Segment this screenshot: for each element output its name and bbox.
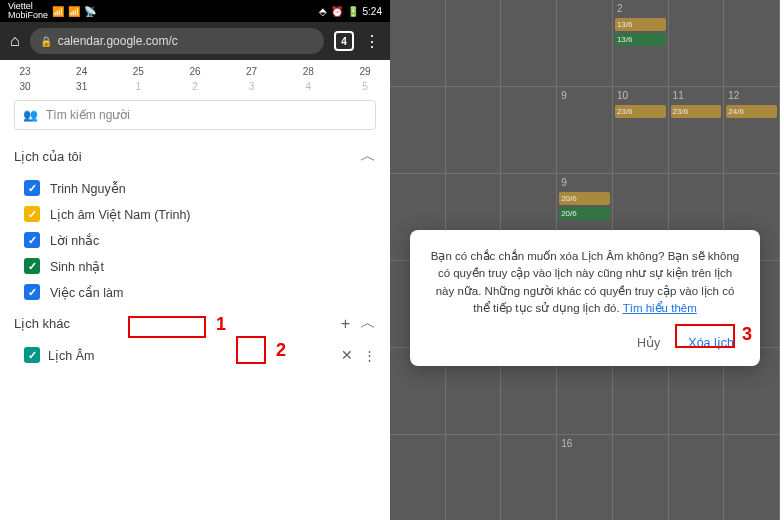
day-number: 2 (617, 3, 623, 14)
status-bar: Viettel MobiFone 📶 📶 📡 ⬘ ⏰ 🔋 5:24 (0, 0, 390, 22)
mini-day[interactable]: 29 (354, 66, 376, 77)
checkbox-icon[interactable]: ✓ (24, 232, 40, 248)
calendar-label: Lịch âm Việt Nam (Trinh) (50, 207, 191, 222)
remove-calendar-button[interactable]: ✕ (337, 347, 357, 363)
tab-switcher[interactable]: 4 (334, 31, 354, 51)
checkbox-icon[interactable]: ✓ (24, 347, 40, 363)
phone-left: Viettel MobiFone 📶 📶 📡 ⬘ ⏰ 🔋 5:24 ⌂ 🔒 ca… (0, 0, 390, 520)
calendar-label: Trinh Nguyễn (50, 181, 126, 196)
my-calendars-title: Lịch của tôi (14, 149, 82, 164)
search-people-input[interactable]: 👥 Tìm kiếm người (14, 100, 376, 130)
mini-day[interactable]: 23 (14, 66, 36, 77)
day-number: 10 (617, 90, 628, 101)
people-icon: 👥 (23, 108, 38, 122)
other-calendar-item[interactable]: ✓ Lịch Âm ✕ ⋮ (0, 342, 390, 368)
search-placeholder: Tìm kiếm người (46, 108, 130, 122)
checkbox-icon[interactable]: ✓ (24, 180, 40, 196)
calendar-label: Việc cần làm (50, 285, 123, 300)
wifi-icon: 📡 (84, 6, 96, 17)
mini-day[interactable]: 27 (241, 66, 263, 77)
calendar-item[interactable]: ✓Việc cần làm (0, 279, 390, 305)
add-calendar-icon[interactable]: + (341, 315, 350, 333)
mini-day[interactable]: 24 (71, 66, 93, 77)
home-icon[interactable]: ⌂ (10, 32, 20, 50)
other-calendars-header[interactable]: Lịch khác + ︿ (0, 305, 390, 342)
mini-day[interactable]: 28 (297, 66, 319, 77)
phone-right: 2 13/6 13/6 9 1023/6 1123/6 1224/6 9 20/… (390, 0, 780, 520)
calendar-item[interactable]: ✓Sinh nhật (0, 253, 390, 279)
signal-icon: 📶 (52, 6, 64, 17)
calendar-label: Lịch Âm (48, 348, 94, 363)
dialog-message: Bạn có chắc chắn muốn xóa Lịch Âm không?… (430, 248, 740, 317)
event-chip[interactable]: 13/6 (615, 33, 666, 46)
calendar-item[interactable]: ✓Lời nhắc (0, 227, 390, 253)
annotation-number-1: 1 (216, 314, 226, 335)
day-number: 11 (673, 90, 684, 101)
mini-day[interactable]: 25 (127, 66, 149, 77)
chevron-up-icon: ︿ (360, 313, 376, 334)
mini-day[interactable]: 26 (184, 66, 206, 77)
menu-icon[interactable]: ⋮ (364, 32, 380, 51)
mini-day[interactable]: 5 (354, 81, 376, 92)
annotation-number-3: 3 (742, 324, 752, 345)
calendar-item[interactable]: ✓Trinh Nguyễn (0, 175, 390, 201)
learn-more-link[interactable]: Tìm hiểu thêm (623, 302, 697, 314)
event-chip[interactable]: 20/6 (559, 192, 610, 205)
mini-day[interactable]: 4 (297, 81, 319, 92)
event-chip[interactable]: 20/6 (559, 207, 610, 220)
nfc-icon: ⬘ (319, 6, 327, 17)
carrier-2: MobiFone (8, 11, 48, 20)
day-number: 9 (561, 90, 567, 101)
signal-icon-2: 📶 (68, 6, 80, 17)
clock-time: 5:24 (363, 6, 382, 17)
my-calendars-header[interactable]: Lịch của tôi ︿ (0, 138, 390, 175)
delete-calendar-button[interactable]: Xóa lịch (682, 331, 740, 354)
browser-bar: ⌂ 🔒 calendar.google.com/c 4 ⋮ (0, 22, 390, 60)
calendar-label: Sinh nhật (50, 259, 104, 274)
chevron-up-icon: ︿ (360, 146, 376, 167)
mini-day[interactable]: 1 (127, 81, 149, 92)
checkbox-icon[interactable]: ✓ (24, 284, 40, 300)
event-chip[interactable]: 23/6 (615, 105, 666, 118)
other-calendars-title: Lịch khác (14, 316, 70, 331)
mini-day[interactable]: 30 (14, 81, 36, 92)
day-number: 12 (728, 90, 739, 101)
calendar-label: Lời nhắc (50, 233, 99, 248)
alarm-icon: ⏰ (331, 6, 343, 17)
day-number: 16 (561, 438, 572, 449)
checkbox-icon[interactable]: ✓ (24, 258, 40, 274)
day-number: 9 (561, 177, 567, 188)
cancel-button[interactable]: Hủy (631, 331, 666, 354)
annotation-number-2: 2 (276, 340, 286, 361)
options-icon[interactable]: ⋮ (363, 348, 376, 363)
url-text: calendar.google.com/c (58, 34, 178, 48)
mini-calendar: 23 24 25 26 27 28 29 30 31 1 2 3 4 5 (0, 60, 390, 92)
calendar-item[interactable]: ✓Lịch âm Việt Nam (Trinh) (0, 201, 390, 227)
mini-day[interactable]: 3 (241, 81, 263, 92)
delete-calendar-dialog: Bạn có chắc chắn muốn xóa Lịch Âm không?… (410, 230, 760, 366)
mini-day[interactable]: 2 (184, 81, 206, 92)
event-chip[interactable]: 23/6 (671, 105, 722, 118)
event-chip[interactable]: 24/6 (726, 105, 777, 118)
url-bar[interactable]: 🔒 calendar.google.com/c (30, 28, 324, 54)
battery-icon: 🔋 (347, 6, 359, 17)
mini-day[interactable]: 31 (71, 81, 93, 92)
event-chip[interactable]: 13/6 (615, 18, 666, 31)
lock-icon: 🔒 (40, 36, 52, 47)
checkbox-icon[interactable]: ✓ (24, 206, 40, 222)
